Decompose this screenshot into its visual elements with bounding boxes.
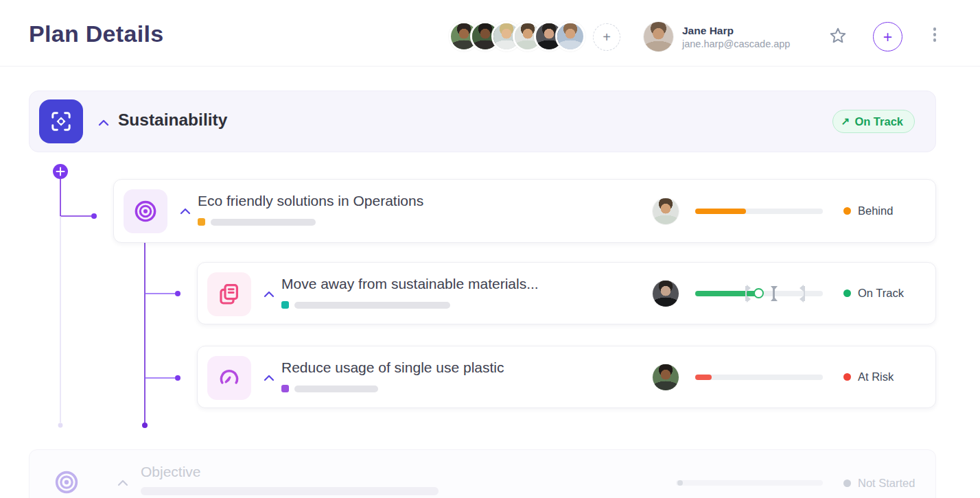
card-title: Reduce usage of single use plastic <box>281 359 504 376</box>
objective-target-icon <box>52 468 81 497</box>
status-dot <box>843 373 851 381</box>
measure-card[interactable]: Reduce usage of single use plastic At Ri… <box>197 346 936 408</box>
team-avatar-stack[interactable] <box>449 21 585 51</box>
status-indicator: At Risk <box>843 370 924 383</box>
owner-chip[interactable]: Jane Harp jane.harp@cascade.app <box>644 22 790 51</box>
tree-connectors <box>0 0 980 498</box>
page-title: Plan Details <box>29 21 163 47</box>
star-icon <box>828 26 848 45</box>
slider-handle[interactable] <box>754 288 764 298</box>
add-button[interactable]: + <box>873 22 902 51</box>
status-dot <box>843 479 851 487</box>
collapse-chevron-icon[interactable] <box>264 291 275 298</box>
group-status-label: On Track <box>854 115 903 128</box>
collapse-chevron-icon[interactable] <box>264 375 275 381</box>
group-banner-sustainability[interactable]: Sustainability ↗ On Track <box>29 91 936 152</box>
slider-range-marker-left[interactable] <box>745 286 747 301</box>
tag-square <box>281 385 289 392</box>
avatar[interactable] <box>555 21 585 51</box>
add-node-button <box>53 164 68 179</box>
header: Plan Details + Jane Harp jane.harp@casca… <box>0 0 980 67</box>
card-title: Move away from sustainable materials... <box>281 276 539 292</box>
status-label: Behind <box>858 204 893 217</box>
owner-name: Jane Harp <box>682 25 790 37</box>
card-owner-avatar[interactable] <box>653 198 679 224</box>
progress-slider[interactable] <box>695 291 823 296</box>
collapse-chevron-icon[interactable] <box>180 208 191 215</box>
project-documents-icon <box>207 272 251 316</box>
owner-avatar[interactable] <box>644 22 673 51</box>
card-owner-avatar[interactable] <box>653 364 679 390</box>
objective-target-icon <box>124 189 167 233</box>
status-label: Not Started <box>858 477 915 490</box>
tag-square <box>198 218 205 226</box>
collapse-chevron-icon[interactable] <box>98 119 109 126</box>
group-title: Sustainability <box>118 110 227 130</box>
status-label: At Risk <box>858 370 894 383</box>
collapse-chevron-icon[interactable] <box>117 479 128 486</box>
status-dot <box>843 207 851 215</box>
placeholder-skeleton <box>141 487 439 495</box>
card-meta-skeleton <box>198 218 316 226</box>
trend-up-arrow-icon: ↗ <box>841 115 850 128</box>
plan-details-screen: Plan Details + Jane Harp jane.harp@casca… <box>0 0 980 498</box>
card-meta-skeleton <box>281 301 450 309</box>
progress-bar[interactable] <box>695 209 823 214</box>
more-options-kebab-icon[interactable] <box>929 27 940 43</box>
group-status-badge[interactable]: ↗ On Track <box>832 110 915 133</box>
status-dot <box>843 289 851 297</box>
owner-email: jane.harp@cascade.app <box>682 38 790 49</box>
card-title: Eco friendly solutions in Operations <box>198 193 423 209</box>
favorite-star-button[interactable] <box>828 26 848 47</box>
status-indicator: On Track <box>843 287 924 300</box>
measure-gauge-icon <box>207 356 251 400</box>
placeholder-title: Objective <box>141 464 201 480</box>
project-card[interactable]: Move away from sustainable materials... … <box>197 262 936 324</box>
status-indicator: Behind <box>843 204 924 217</box>
slider-cursor-marker[interactable] <box>773 286 775 301</box>
card-owner-avatar[interactable] <box>653 281 679 307</box>
progress-bar[interactable] <box>695 375 823 380</box>
card-meta-skeleton <box>281 385 378 392</box>
slider-range-marker-right[interactable] <box>804 286 805 301</box>
tag-square <box>281 301 289 309</box>
status-indicator: Not Started <box>843 477 924 490</box>
objective-card[interactable]: Eco friendly solutions in Operations Beh… <box>113 179 936 243</box>
status-label: On Track <box>858 287 904 300</box>
placeholder-progress-bar <box>676 480 823 486</box>
placeholder-objective-card[interactable]: Objective Not Started <box>29 449 936 498</box>
add-member-button[interactable]: + <box>593 23 620 51</box>
focus-target-icon <box>39 99 83 143</box>
